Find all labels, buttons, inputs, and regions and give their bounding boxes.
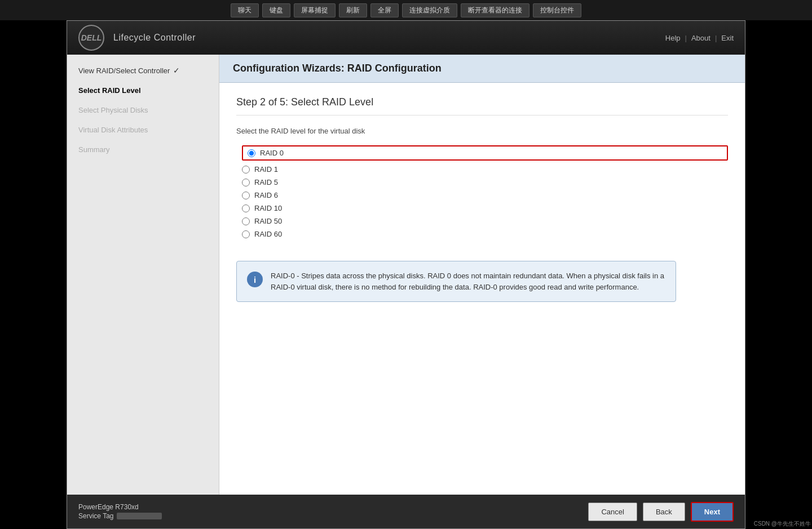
help-link[interactable]: Help bbox=[665, 34, 681, 42]
app-title: Lifecycle Controller bbox=[113, 33, 196, 43]
about-link[interactable]: About bbox=[691, 34, 710, 42]
sidebar-item-select-physical-disks: Select Physical Disks bbox=[67, 100, 219, 120]
sidebar-item-label: Summary bbox=[78, 145, 110, 154]
toolbar-btn-连接虚拟介质[interactable]: 连接虚拟介质 bbox=[402, 3, 457, 17]
toolbar-btn-刷新[interactable]: 刷新 bbox=[339, 3, 367, 17]
top-toolbar: 聊天键盘屏幕捕捉刷新全屏连接虚拟介质断开查看器的连接控制台控件 bbox=[0, 0, 812, 20]
raid-option-10[interactable]: RAID 10 bbox=[242, 204, 728, 212]
footer: PowerEdge R730xd Service Tag Cancel Back… bbox=[67, 495, 745, 528]
service-tag-label: Service Tag bbox=[78, 512, 113, 520]
raid-60-label: RAID 60 bbox=[254, 230, 282, 238]
raid-0-radio[interactable] bbox=[248, 149, 255, 157]
raid-5-label: RAID 5 bbox=[254, 178, 278, 186]
raid-10-radio[interactable] bbox=[242, 205, 250, 212]
sidebar-item-label: Select Physical Disks bbox=[78, 106, 148, 114]
app-header: DELL Lifecycle Controller Help | About |… bbox=[67, 21, 745, 55]
content-area: View RAID/Select Controller ✓ Select RAI… bbox=[67, 55, 745, 495]
sidebar-item-select-raid-level[interactable]: Select RAID Level bbox=[67, 81, 219, 100]
step-description: Select the RAID level for the virtual di… bbox=[236, 127, 728, 135]
raid-option-50[interactable]: RAID 50 bbox=[242, 217, 728, 225]
next-button[interactable]: Next bbox=[691, 502, 734, 522]
cancel-button[interactable]: Cancel bbox=[588, 503, 637, 521]
sidebar-item-summary: Summary bbox=[67, 140, 219, 159]
sidebar-item-virtual-disk-attributes: Virtual Disk Attributes bbox=[67, 120, 219, 140]
service-tag-row: Service Tag bbox=[78, 512, 162, 520]
service-tag-value bbox=[117, 513, 162, 519]
step-title: Step 2 of 5: Select RAID Level bbox=[236, 96, 728, 115]
checkmark-icon: ✓ bbox=[173, 66, 180, 75]
toolbar-btn-屏幕捕捉[interactable]: 屏幕捕捉 bbox=[294, 3, 336, 17]
toolbar-btn-断开查看器的连接[interactable]: 断开查看器的连接 bbox=[461, 3, 529, 17]
raid-60-radio[interactable] bbox=[242, 230, 250, 238]
raid-0-selected-box: RAID 0 bbox=[242, 145, 728, 161]
raid-option-5[interactable]: RAID 5 bbox=[242, 178, 728, 186]
raid-1-label: RAID 1 bbox=[254, 165, 278, 174]
info-icon: i bbox=[247, 272, 263, 287]
raid-0-label: RAID 0 bbox=[260, 149, 284, 157]
sidebar: View RAID/Select Controller ✓ Select RAI… bbox=[67, 55, 219, 495]
sidebar-item-label: Select RAID Level bbox=[78, 86, 141, 95]
main-window: DELL Lifecycle Controller Help | About |… bbox=[67, 20, 745, 529]
watermark: CSDN @牛先生不姓牛 bbox=[754, 520, 811, 528]
sidebar-item-view-raid[interactable]: View RAID/Select Controller ✓ bbox=[67, 60, 219, 81]
raid-1-radio[interactable] bbox=[242, 166, 250, 174]
raid-options: RAID 0 RAID 1 RAID 5 RAID 6 bbox=[242, 145, 728, 238]
raid-50-label: RAID 50 bbox=[254, 217, 282, 225]
raid-6-radio[interactable] bbox=[242, 192, 250, 199]
toolbar-btn-键盘[interactable]: 键盘 bbox=[262, 3, 290, 17]
info-text: RAID-0 - Stripes data across the physica… bbox=[271, 270, 665, 292]
raid-10-label: RAID 10 bbox=[254, 204, 282, 212]
info-box: i RAID-0 - Stripes data across the physi… bbox=[236, 261, 676, 302]
toolbar-btn-聊天[interactable]: 聊天 bbox=[231, 3, 259, 17]
device-name: PowerEdge R730xd bbox=[78, 503, 162, 511]
raid-50-radio[interactable] bbox=[242, 217, 250, 225]
raid-5-radio[interactable] bbox=[242, 179, 250, 186]
raid-option-1[interactable]: RAID 1 bbox=[242, 165, 728, 174]
dell-logo: DELL bbox=[78, 25, 104, 51]
panel-header: Configuration Wizards: RAID Configuratio… bbox=[219, 55, 745, 83]
sidebar-item-label: View RAID/Select Controller bbox=[78, 66, 170, 75]
back-button[interactable]: Back bbox=[643, 503, 685, 521]
footer-buttons: Cancel Back Next bbox=[588, 502, 734, 522]
raid-option-6[interactable]: RAID 6 bbox=[242, 191, 728, 199]
raid-option-60[interactable]: RAID 60 bbox=[242, 230, 728, 238]
exit-link[interactable]: Exit bbox=[721, 34, 734, 42]
raid-6-label: RAID 6 bbox=[254, 191, 278, 199]
raid-option-0[interactable]: RAID 0 bbox=[248, 149, 284, 157]
panel-body: Step 2 of 5: Select RAID Level Select th… bbox=[219, 83, 745, 495]
sidebar-item-label: Virtual Disk Attributes bbox=[78, 126, 148, 134]
dell-logo-text: DELL bbox=[81, 33, 102, 42]
toolbar-btn-控制台控件[interactable]: 控制台控件 bbox=[533, 3, 581, 17]
header-links: Help | About | Exit bbox=[665, 34, 734, 42]
footer-info: PowerEdge R730xd Service Tag bbox=[78, 503, 162, 520]
panel-title: Configuration Wizards: RAID Configuratio… bbox=[233, 63, 731, 74]
toolbar-btn-全屏[interactable]: 全屏 bbox=[370, 3, 399, 17]
main-panel: Configuration Wizards: RAID Configuratio… bbox=[219, 55, 745, 495]
